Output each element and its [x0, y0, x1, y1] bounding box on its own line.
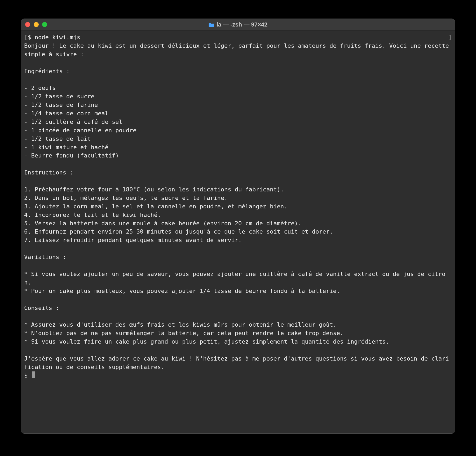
- terminal-window: ia — -zsh — 97×42 [$ node kiwi.mjs ] Bon…: [21, 19, 455, 434]
- output-line: [24, 295, 452, 304]
- output-line: - Beurre fondu (facultatif): [24, 151, 452, 160]
- output-line: [24, 59, 452, 67]
- output-line: - 1/2 tasse de sucre: [24, 92, 452, 101]
- traffic-lights: [25, 22, 47, 27]
- minimize-button[interactable]: [34, 22, 39, 27]
- output-line: - 1 kiwi mature et haché: [24, 143, 452, 152]
- output-line: [24, 160, 452, 168]
- titlebar[interactable]: ia — -zsh — 97×42: [21, 19, 455, 30]
- output-line: * Si vous voulez ajouter un peu de saveu…: [24, 270, 452, 287]
- output-line: * Pour un cake plus moelleux, vous pouve…: [24, 287, 452, 295]
- prompt-symbol: $: [28, 34, 35, 41]
- output-line: [24, 261, 452, 270]
- output-line: - 1/2 cuillère à café de sel: [24, 118, 452, 126]
- output-line: - 2 oeufs: [24, 84, 452, 92]
- command-text: node kiwi.mjs: [35, 34, 80, 41]
- output-line: * Si vous voulez faire un cake plus gran…: [24, 337, 452, 346]
- window-title-text: ia — -zsh — 97×42: [217, 21, 268, 28]
- output-line: 3. Ajoutez la corn meal, le sel et la ca…: [24, 202, 452, 211]
- output-line: - 1 pincée de cannelle en poudre: [24, 126, 452, 135]
- terminal-body[interactable]: [$ node kiwi.mjs ] Bonjour ! Le cake au …: [21, 30, 455, 433]
- output-line: [24, 75, 452, 84]
- output-line: 7. Laissez refroidir pendant quelques mi…: [24, 236, 452, 244]
- window-title: ia — -zsh — 97×42: [209, 21, 268, 28]
- output-line: [24, 244, 452, 253]
- output-line: Instructions :: [24, 168, 452, 177]
- output-line: [24, 312, 452, 321]
- output-line: * Assurez-vous d'utiliser des œufs frais…: [24, 321, 452, 329]
- output-line: - 1/2 tasse de farine: [24, 101, 452, 109]
- bracket-close: ]: [448, 33, 452, 42]
- cursor: [32, 371, 35, 378]
- output-line: - 1/2 tasse de lait: [24, 135, 452, 143]
- output-line: Conseils :: [24, 304, 452, 312]
- output-line: [24, 346, 452, 354]
- folder-icon: [209, 22, 214, 27]
- output-line: [24, 177, 452, 185]
- output-line: - 1/4 tasse de corn meal: [24, 109, 452, 118]
- output-line: 5. Versez la batterie dans une moule à c…: [24, 219, 452, 228]
- output-line: 1. Préchauffez votre four à 180°C (ou se…: [24, 185, 452, 194]
- output-line: Variations :: [24, 253, 452, 261]
- prompt-line-1: [$ node kiwi.mjs ]: [24, 33, 452, 42]
- output-line: 4. Incorporez le lait et le kiwi haché.: [24, 211, 452, 219]
- output-line: 6. Enfournez pendant environ 25-30 minut…: [24, 227, 452, 236]
- close-button[interactable]: [25, 22, 30, 27]
- output-line: 2. Dans un bol, mélangez les oeufs, le s…: [24, 194, 452, 202]
- output-line: J'espère que vous allez adorer ce cake a…: [24, 354, 452, 371]
- output-line: * N'oubliez pas de ne pas surmélanger la…: [24, 329, 452, 337]
- prompt-symbol: $: [24, 371, 31, 380]
- output-line: Ingrédients :: [24, 67, 452, 76]
- bracket-open: [: [24, 34, 28, 41]
- zoom-button[interactable]: [42, 22, 47, 27]
- output-line: Bonjour ! Le cake au kiwi est un dessert…: [24, 42, 452, 59]
- terminal-output: Bonjour ! Le cake au kiwi est un dessert…: [24, 42, 452, 371]
- prompt-line-2: $: [24, 371, 452, 380]
